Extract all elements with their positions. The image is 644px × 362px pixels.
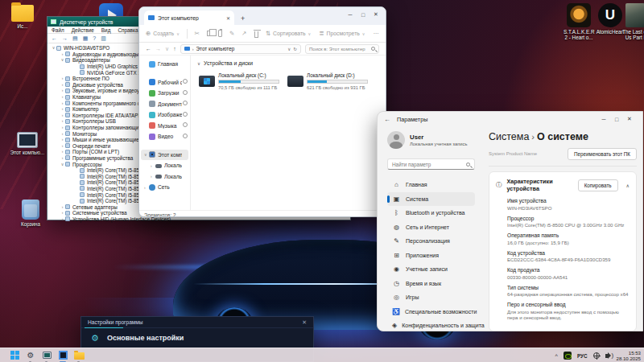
breadcrumb[interactable]: › Этот компьютер ∨ ↻ [180, 44, 301, 54]
settings-nav-item[interactable]: ◎ Игры [387, 290, 475, 305]
copy-button[interactable]: Копировать [578, 179, 618, 191]
forward-button[interactable]: → [155, 46, 161, 51]
taskbar-explorer-button[interactable] [73, 350, 85, 360]
recent-locations-button[interactable]: ∨ [165, 46, 169, 52]
maximize-button[interactable]: □ [357, 12, 369, 18]
settings-nav-item[interactable]: ⊞ Приложения [387, 249, 475, 263]
tray-chevron-icon[interactable]: ^ [555, 353, 558, 359]
settings-titlebar[interactable]: ← Параметры ─ □ ✕ [378, 112, 642, 126]
menu-item[interactable]: Вид [101, 27, 111, 33]
menu-item[interactable]: Действие [72, 27, 94, 33]
tree-chevron-icon[interactable]: › [60, 94, 65, 100]
copy-icon[interactable] [207, 31, 211, 36]
chevron-down-icon[interactable]: ∨ [287, 47, 291, 51]
tree-chevron-icon[interactable]: › [60, 204, 65, 210]
tree-chevron-icon[interactable]: › [60, 76, 65, 81]
tree-chevron-icon[interactable]: ∨ [60, 162, 65, 167]
tree-chevron-icon[interactable]: › [60, 155, 65, 161]
tree-chevron-icon[interactable]: › [60, 113, 65, 118]
search-input[interactable]: Поиск в: Этот компьютер [305, 44, 379, 54]
settings-nav-item[interactable]: ◷ Время и язык [387, 277, 475, 291]
tree-chevron-icon[interactable]: › [60, 101, 65, 106]
toolbar-button[interactable]: ← [52, 35, 57, 41]
tree-chevron-icon[interactable]: › [60, 118, 65, 124]
sidebar-item[interactable]: Документы [141, 99, 188, 110]
menu-item[interactable]: Файл [52, 27, 64, 33]
rename-pc-button[interactable]: Переименовать этот ПК [568, 148, 637, 160]
settings-nav-item[interactable]: ◉ Учетные записи [387, 262, 475, 277]
back-button[interactable]: ← [146, 46, 151, 51]
cut-icon[interactable]: ✂ [194, 30, 199, 37]
tree-chevron-icon[interactable]: › [60, 51, 65, 57]
explorer-tab[interactable]: Этот компьютер ✕ [144, 10, 234, 25]
sidebar-item[interactable]: Загрузки [141, 88, 188, 99]
settings-nav-item[interactable]: ♿ Специальные возможности [387, 305, 475, 319]
desktop-icon-this-pc[interactable]: Этот компью... [10, 132, 45, 155]
sidebar-item[interactable]: Музыка [141, 121, 188, 132]
settings-nav-item[interactable]: ▣ Система [387, 192, 475, 207]
settings-nav-item[interactable]: ⌂ Главная [387, 178, 475, 192]
taskbar-device-manager-button[interactable] [41, 350, 52, 360]
toolbar-button[interactable]: → [62, 35, 68, 41]
toolbar-button[interactable]: ▥ [101, 35, 106, 42]
minimize-button[interactable]: ─ [597, 117, 610, 122]
close-button[interactable]: ✕ [302, 319, 307, 326]
rename-icon[interactable]: ✎ [229, 30, 234, 37]
close-button[interactable]: ✕ [369, 11, 382, 18]
taskbar-settings-button[interactable]: ⚙ [25, 350, 36, 360]
toolbar-button[interactable]: ▦ [83, 35, 89, 42]
tree-chevron-icon[interactable]: › [60, 210, 65, 216]
volume-icon[interactable] [605, 354, 609, 358]
chevron-up-icon[interactable]: ∧ [626, 183, 630, 188]
drive-item[interactable]: Локальный диск (C:) 70,5 ГБ свободно из … [199, 72, 281, 90]
sidebar-item[interactable]: › Сеть [141, 182, 188, 193]
desktop-icon-recycle-bin[interactable]: Корзина [13, 200, 48, 227]
sidebar-item[interactable]: Изображения [141, 109, 188, 121]
tree-chevron-icon[interactable]: › [60, 82, 65, 88]
sidebar-item[interactable]: ∨ Этот компьютер [141, 150, 188, 161]
tree-chevron-icon[interactable]: › [60, 137, 65, 142]
device-specs-header[interactable]: ⓘ Характеристики устройства Копировать ∧ [496, 178, 630, 192]
toolbar-button[interactable]: ▤ [72, 35, 78, 42]
more-button[interactable]: ⋯ [374, 30, 380, 37]
settings-nav-item[interactable]: ✎ Персонализация [387, 234, 475, 249]
settings-nav-item[interactable]: ◈ Конфиденциальность и защита [387, 319, 475, 331]
settings-nav-item[interactable]: ◍ Сеть и Интернет [387, 220, 475, 235]
desktop-icon-atomic-heart[interactable]: U AtomicHeart [596, 3, 625, 35]
taskbar-active-app-button[interactable] [57, 350, 68, 360]
clock[interactable]: 15:53 28.10.2025 [617, 350, 642, 361]
new-button[interactable]: ⊕ Создать ∨ [146, 30, 180, 37]
tree-chevron-icon[interactable]: › [60, 106, 65, 112]
settings-nav-item[interactable]: ᛒ Bluetooth и устройства [387, 206, 475, 220]
desktop-icon-tlou[interactable]: The Last of Us Part I [621, 3, 644, 40]
tab-close-icon[interactable]: ✕ [226, 15, 230, 21]
sidebar-item[interactable]: Рабочий стол [141, 77, 188, 88]
back-button[interactable]: ← [384, 116, 390, 123]
start-button[interactable] [9, 350, 20, 360]
sort-button[interactable]: ⇅ Сортировать ∨ [266, 30, 312, 37]
maximize-button[interactable]: □ [610, 117, 623, 122]
sidebar-item[interactable]: › Локальный диск [141, 160, 188, 171]
tree-chevron-icon[interactable]: ∨ [60, 57, 65, 63]
drive-item[interactable]: Локальный диск (D:) 621 ГБ свободно из 9… [287, 72, 369, 90]
tree-chevron-icon[interactable]: › [60, 131, 65, 137]
sidebar-item[interactable]: › Локальный диск [141, 171, 188, 183]
menu-item[interactable]: Справка [118, 27, 138, 33]
sidebar-item[interactable]: Видео [141, 131, 188, 142]
breadcrumb-root[interactable]: Система [489, 131, 529, 142]
tree-chevron-icon[interactable]: › [60, 149, 65, 154]
language-indicator[interactable]: РУС [577, 353, 588, 359]
nvidia-tray-icon[interactable] [564, 352, 572, 360]
tree-chevron-icon[interactable]: ∨ [51, 45, 56, 51]
tree-chevron-icon[interactable]: › [60, 125, 65, 130]
refresh-icon[interactable]: ↻ [293, 47, 297, 51]
new-tab-button[interactable]: + [241, 14, 245, 23]
delete-icon[interactable] [254, 31, 258, 38]
tree-chevron-icon[interactable]: › [60, 216, 65, 222]
desktop-icon-folder[interactable]: Ис... [5, 5, 40, 29]
settings-search-input[interactable]: Найти параметр [387, 158, 475, 170]
view-button[interactable]: ≣ Просмотреть ∨ [319, 30, 365, 37]
desktop-icon-stalker[interactable]: S.T.A.L.K.E.R 2 - Heart o... [564, 3, 594, 40]
close-button[interactable]: ✕ [623, 116, 636, 122]
toolbar-button[interactable]: ? [93, 35, 96, 41]
